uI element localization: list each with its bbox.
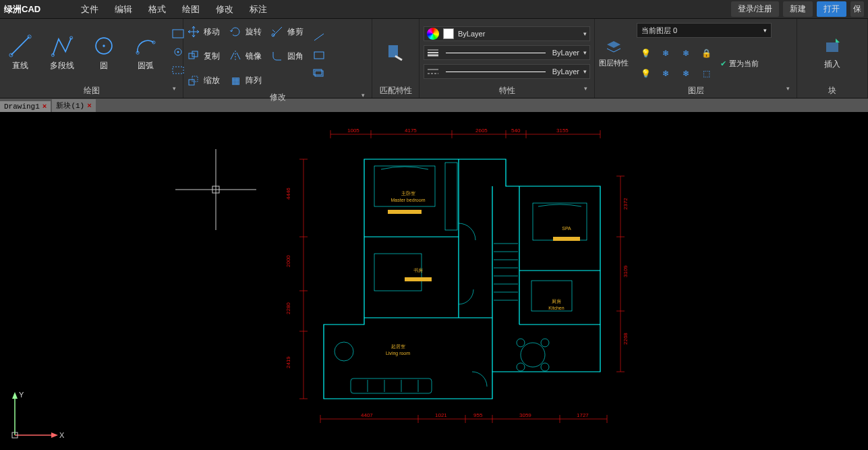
svg-point-98 xyxy=(521,343,545,367)
layer-dropdown[interactable]: 当前图层 0▾ xyxy=(637,23,772,38)
layer-btn-8[interactable]: ⬚ xyxy=(697,65,715,82)
svg-text:1005: 1005 xyxy=(347,128,359,134)
tool-copy[interactable]: 复制 xyxy=(187,46,220,66)
panel-props-title: 特性▾ xyxy=(424,84,590,98)
tool-circle[interactable]: 圆 xyxy=(88,34,120,72)
tool-scale[interactable]: 缩放 xyxy=(187,70,220,90)
svg-point-99 xyxy=(517,339,525,347)
svg-point-1 xyxy=(9,53,13,57)
tool-small-1[interactable] xyxy=(171,28,185,41)
svg-point-6 xyxy=(103,45,105,47)
menu-annotate[interactable]: 标注 xyxy=(250,3,267,16)
svg-text:书房: 书房 xyxy=(413,268,423,273)
extra-button[interactable]: 保 xyxy=(850,1,864,17)
menu-edit[interactable]: 编辑 xyxy=(115,3,132,16)
tool-move[interactable]: 移动 xyxy=(187,22,220,42)
prop-linetype[interactable]: ByLayer▾ xyxy=(424,64,590,79)
document-tabs: Drawing1× 新块(1)× xyxy=(0,99,868,112)
panel-modify-title: 修改▾ xyxy=(187,90,368,105)
prop-lineweight[interactable]: ByLayer▾ xyxy=(424,45,590,60)
close-icon[interactable]: × xyxy=(42,103,47,111)
tool-mod-extra-2[interactable] xyxy=(313,51,325,62)
svg-rect-18 xyxy=(314,52,324,59)
tool-insert[interactable]: 插入 xyxy=(822,36,842,70)
svg-text:3155: 3155 xyxy=(556,128,569,134)
panel-layers: 图层特性 当前图层 0▾ 💡 ❄ ❄ 🔒 💡 ❄ xyxy=(595,19,797,98)
svg-rect-89 xyxy=(445,163,457,230)
svg-text:X: X xyxy=(59,431,65,439)
svg-rect-15 xyxy=(192,51,198,57)
tool-layer-props[interactable]: 图层特性 xyxy=(599,38,629,68)
layer-btn-7[interactable]: ❄ xyxy=(677,65,695,82)
svg-text:1021: 1021 xyxy=(435,412,447,418)
svg-rect-91 xyxy=(533,203,587,240)
tool-polyline[interactable]: 多段线 xyxy=(46,34,78,72)
color-swatch xyxy=(443,28,454,39)
menu-file[interactable]: 文件 xyxy=(81,3,98,16)
svg-rect-105 xyxy=(405,277,432,281)
tool-fillet[interactable]: 圆角 xyxy=(271,46,303,66)
color-wheel-icon xyxy=(427,28,439,40)
layer-btn-4[interactable]: 🔒 xyxy=(697,45,715,62)
ribbon: 直线 多段线 圆 圆弧 绘图▾ xyxy=(0,19,868,99)
svg-rect-9 xyxy=(173,30,183,38)
svg-rect-16 xyxy=(189,80,194,85)
svg-text:540: 540 xyxy=(511,128,521,134)
tool-mod-extra-3[interactable] xyxy=(313,69,325,80)
tool-trim[interactable]: 修剪 xyxy=(271,22,303,42)
svg-text:2605: 2605 xyxy=(475,128,488,134)
menu-modify[interactable]: 修改 xyxy=(216,3,233,16)
svg-marker-116 xyxy=(12,392,18,399)
tool-small-2[interactable] xyxy=(171,47,185,59)
panel-match-title: 匹配特性 xyxy=(376,84,415,98)
floor-plan: 1005 4175 2605 540 3155 4407 1021 955 30… xyxy=(283,122,634,446)
panel-match: 匹配特性 xyxy=(372,19,419,98)
new-button[interactable]: 新建 xyxy=(783,1,813,17)
svg-rect-21 xyxy=(388,45,398,57)
svg-text:2268: 2268 xyxy=(623,333,629,345)
svg-text:1727: 1727 xyxy=(577,412,589,418)
svg-rect-14 xyxy=(189,53,194,59)
tool-array[interactable]: ▦阵列 xyxy=(229,70,262,90)
login-button[interactable]: 登录/注册 xyxy=(731,1,779,17)
svg-point-101 xyxy=(517,363,525,371)
lineweight-icon xyxy=(427,48,439,57)
doc-tab-1[interactable]: Drawing1× xyxy=(0,101,51,112)
layer-btn-1[interactable]: 💡 xyxy=(637,45,654,62)
layer-btn-2[interactable]: ❄ xyxy=(657,45,674,62)
drawing-canvas[interactable]: 1005 4175 2605 540 3155 4407 1021 955 30… xyxy=(0,112,868,450)
close-icon[interactable]: × xyxy=(87,102,92,110)
panel-draw-title: 绘图▾ xyxy=(4,84,179,98)
open-button[interactable]: 打开 xyxy=(817,1,846,17)
tool-mod-extra-1[interactable] xyxy=(313,32,325,44)
svg-text:厨房: 厨房 xyxy=(552,299,561,304)
tool-arc[interactable]: 圆弧 xyxy=(129,34,162,72)
tool-rotate[interactable]: 旋转 xyxy=(229,22,262,42)
prop-color[interactable]: ByLayer ▾ xyxy=(424,26,590,41)
layer-btn-6[interactable]: ❄ xyxy=(657,65,674,82)
svg-text:2372: 2372 xyxy=(623,198,629,210)
menu-draw[interactable]: 绘图 xyxy=(182,3,200,16)
svg-point-102 xyxy=(541,363,549,371)
svg-point-11 xyxy=(177,51,179,53)
menu-format[interactable]: 格式 xyxy=(148,3,166,16)
svg-text:2280: 2280 xyxy=(285,302,291,314)
layer-btn-5[interactable]: 💡 xyxy=(637,65,654,82)
svg-text:Y: Y xyxy=(19,391,24,399)
tool-mirror[interactable]: 镜像 xyxy=(229,46,262,66)
svg-line-0 xyxy=(11,36,29,55)
tool-small-3[interactable] xyxy=(171,65,185,78)
tool-line[interactable]: 直线 xyxy=(4,34,36,72)
svg-text:955: 955 xyxy=(473,412,483,418)
tool-match-props[interactable] xyxy=(376,22,415,84)
doc-tab-2[interactable]: 新块(1)× xyxy=(52,99,95,112)
svg-rect-106 xyxy=(553,237,580,241)
set-current-layer[interactable]: ✔置为当前 xyxy=(720,59,759,69)
svg-rect-17 xyxy=(192,76,198,82)
svg-text:2000: 2000 xyxy=(285,255,291,267)
svg-point-103 xyxy=(335,342,353,361)
svg-rect-12 xyxy=(173,67,183,74)
svg-point-100 xyxy=(541,339,549,347)
layer-btn-3[interactable]: ❄ xyxy=(677,45,695,62)
svg-text:SPA: SPA xyxy=(562,226,571,231)
